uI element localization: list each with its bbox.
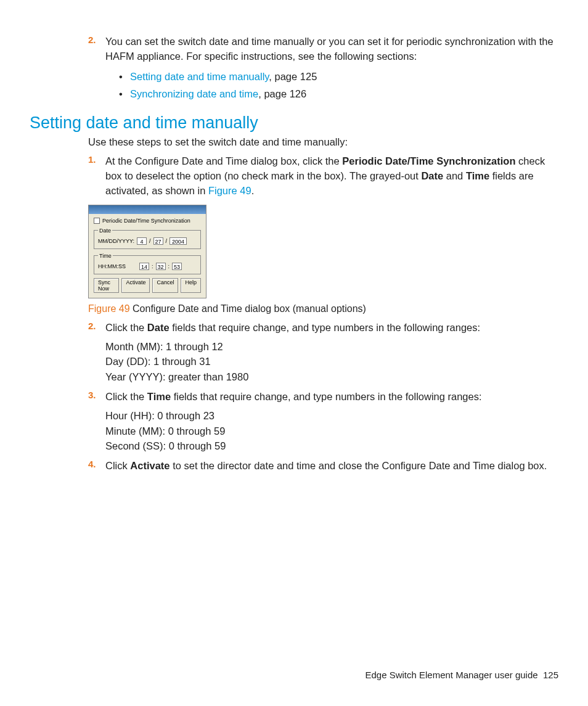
bullet-suffix: , page 126 [258, 88, 306, 99]
time-legend: Time [98, 253, 113, 259]
range-minute: Minute (MM): 0 through 59 [105, 424, 558, 439]
periodic-sync-checkbox[interactable] [94, 218, 100, 224]
figure-label: Figure 49 [88, 303, 130, 314]
bold-date: Date [147, 322, 169, 333]
intro-step-2: 2. You can set the switch date and time … [88, 35, 558, 102]
section-intro: Use these steps to set the switch date a… [88, 136, 558, 148]
footer-title: Edge Switch Element Manager user guide [365, 670, 537, 680]
day-input[interactable]: 27 [153, 237, 163, 245]
link-setting-manual[interactable]: Setting date and time manually [130, 71, 269, 82]
text: Click [105, 460, 130, 471]
second-input[interactable]: 53 [172, 263, 182, 270]
date-format-label: MM/DD/YYYY: [98, 238, 134, 244]
step-number: 2. [88, 35, 96, 45]
step-1: 1. At the Configure Date and Time dialog… [88, 154, 558, 199]
range-second: Second (SS): 0 through 59 [105, 438, 558, 454]
text: At the Configure Date and Time dialog bo… [105, 155, 342, 166]
figure-text: Configure Date and Time dialog box (manu… [130, 303, 366, 314]
sep: : [168, 263, 170, 269]
date-fieldset: Date MM/DD/YYYY: 4 / 27 / 2004 [94, 228, 201, 249]
cancel-button[interactable]: Cancel [152, 278, 178, 293]
text: fields that require change, and type num… [171, 391, 481, 402]
date-legend: Date [98, 228, 112, 234]
step-number: 2. [88, 321, 96, 331]
step-number: 3. [88, 390, 96, 400]
range-day: Day (DD): 1 through 31 [105, 354, 558, 369]
bold-periodic-sync: Periodic Date/Time Synchronization [342, 155, 515, 166]
periodic-sync-label: Periodic Date/Time Synchronization [102, 218, 190, 224]
figure-49-caption: Figure 49 Configure Date and Time dialog… [88, 303, 558, 314]
sep: / [166, 238, 168, 244]
page-footer: Edge Switch Element Manager user guide 1… [365, 670, 558, 680]
text: . [251, 185, 255, 196]
sep: / [149, 238, 151, 244]
dialog-titlebar [89, 205, 206, 214]
range-hour: Hour (HH): 0 through 23 [105, 408, 558, 424]
link-figure-49[interactable]: Figure 49 [208, 185, 251, 196]
hour-input[interactable]: 14 [139, 263, 149, 270]
bullet-link-sync: Synchronizing date and time, page 126 [105, 85, 558, 102]
range-month: Month (MM): 1 through 12 [105, 339, 558, 355]
month-input[interactable]: 4 [137, 237, 147, 245]
year-input[interactable]: 2004 [169, 237, 187, 245]
step-3: 3. Click the Time fields that require ch… [88, 390, 558, 404]
minute-input[interactable]: 32 [156, 263, 166, 270]
bold-time: Time [466, 170, 489, 181]
sep: : [152, 263, 153, 269]
bold-date: Date [421, 170, 443, 181]
time-fieldset: Time HH:MM:SS 14 : 32 : 53 [94, 253, 201, 274]
step-4: 4. Click Activate to set the director da… [88, 459, 558, 474]
bold-time: Time [147, 391, 171, 402]
text: and [443, 170, 466, 181]
configure-date-time-dialog: Periodic Date/Time Synchronization Date … [88, 205, 206, 298]
text: fields that require change, and type num… [169, 322, 480, 333]
help-button[interactable]: Help [181, 278, 201, 293]
step-text: You can set the switch date and time man… [105, 35, 558, 64]
time-format-label: HH:MM:SS [98, 263, 126, 269]
step-number: 1. [88, 154, 96, 165]
date-ranges: Month (MM): 1 through 12 Day (DD): 1 thr… [105, 339, 558, 385]
text: Click the [105, 391, 147, 402]
bullet-suffix: , page 125 [269, 71, 317, 82]
bold-activate: Activate [130, 460, 169, 471]
link-sync-date-time[interactable]: Synchronizing date and time [130, 88, 258, 99]
time-ranges: Hour (HH): 0 through 23 Minute (MM): 0 t… [105, 408, 558, 454]
activate-button[interactable]: Activate [121, 278, 150, 293]
footer-page: 125 [543, 670, 558, 680]
bullet-link-manual: Setting date and time manually, page 125 [105, 68, 558, 85]
sync-now-button[interactable]: Sync Now [94, 278, 119, 293]
range-year: Year (YYYY): greater than 1980 [105, 369, 558, 385]
text: Click the [105, 322, 147, 333]
section-heading: Setting date and time manually [30, 113, 558, 133]
step-2: 2. Click the Date fields that require ch… [88, 321, 558, 335]
text: to set the director date and time and cl… [170, 460, 547, 471]
step-number: 4. [88, 459, 96, 469]
